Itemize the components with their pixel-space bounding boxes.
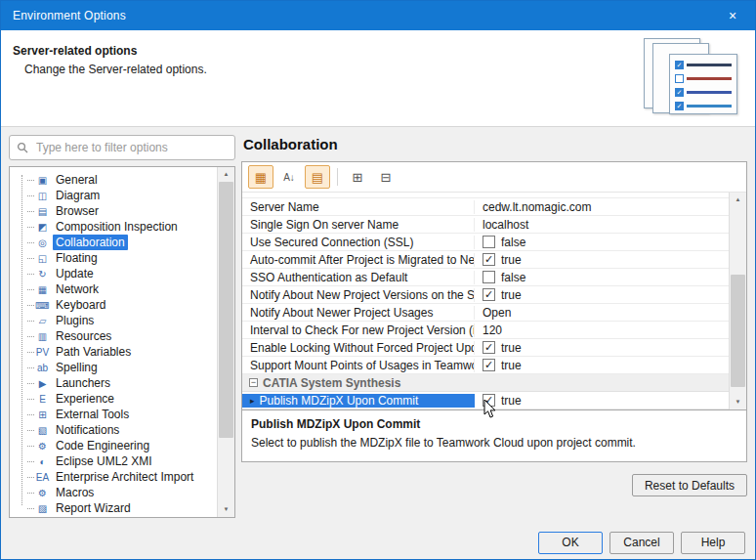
scroll-thumb[interactable]: [219, 182, 233, 438]
dialog-footer: OK Cancel Help: [1, 526, 755, 559]
tree-scrollbar[interactable]: ▲ ▼: [217, 167, 234, 517]
property-row-mount-points[interactable]: Support Mount Points of Usages in Teamwo…: [242, 357, 729, 374]
property-row-use-ssl[interactable]: Use Secured Connection (SSL) false: [242, 234, 729, 251]
scroll-track[interactable]: [218, 182, 234, 502]
checkbox[interactable]: ✓: [483, 341, 495, 354]
tree-item-notifications[interactable]: ▧Notifications: [16, 422, 217, 438]
notifications-icon: ▧: [35, 425, 50, 436]
plugins-icon: ▱: [35, 316, 50, 326]
browser-icon: ▤: [35, 206, 50, 217]
scroll-up-icon[interactable]: ▲: [730, 193, 746, 207]
properties-panel: Collaboration ▦ A↓ ▤ ⊞ ⊟ Server Name c: [241, 135, 747, 518]
macros-icon: ⚙: [35, 488, 50, 498]
checkbox[interactable]: ✓: [483, 253, 495, 266]
tree-item-enterprise-architect-import[interactable]: EAEnterprise Architect Import: [16, 469, 217, 485]
property-value[interactable]: 120: [483, 323, 502, 337]
filter-input[interactable]: [34, 140, 228, 155]
dialog-body: ▣General ◫Diagram ▤Browser ◩Composition …: [1, 127, 755, 526]
filter-box: [9, 135, 235, 160]
property-row-sso-default[interactable]: SSO Authentication as Default false: [242, 269, 729, 286]
property-value: true: [501, 341, 522, 355]
table-rows: Server Name cedw.lt.nomagic.com Single S…: [242, 193, 729, 409]
collapse-groups-button[interactable]: ⊟: [373, 165, 399, 189]
property-value: true: [501, 394, 522, 408]
property-row-auto-commit[interactable]: Auto-commit After Project is Migrated to…: [242, 251, 729, 269]
group-row-catia-system-synthesis[interactable]: − CATIA System Synthesis: [242, 374, 729, 392]
toolbar-separator: [337, 168, 338, 186]
alphabetical-sort-button[interactable]: A↓: [276, 165, 302, 189]
tree-item-plugins[interactable]: ▱Plugins: [16, 313, 217, 328]
external-tools-icon: ⊞: [35, 409, 50, 420]
cancel-button[interactable]: Cancel: [609, 532, 674, 554]
scroll-down-icon[interactable]: ▼: [730, 395, 746, 409]
mini-checkbox-icon: [675, 74, 684, 83]
property-value[interactable]: localhost: [483, 218, 528, 232]
property-row-notify-new-versions[interactable]: Notify About New Project Versions on the…: [242, 286, 729, 304]
property-value[interactable]: cedw.lt.nomagic.com: [483, 200, 591, 214]
tree-item-experience[interactable]: EExperience: [16, 391, 217, 407]
illustration-page: ✓ ✓ ✓: [669, 54, 737, 114]
scroll-track[interactable]: [730, 207, 746, 395]
tree-item-macros[interactable]: ⚙Macros: [16, 485, 217, 500]
checkbox[interactable]: [483, 271, 495, 283]
launchers-icon: ▶: [35, 378, 50, 389]
expand-arrow-icon[interactable]: ▸: [250, 396, 255, 406]
enterprise-architect-icon: EA: [35, 472, 50, 483]
tree-item-collaboration[interactable]: ◎Collaboration: [16, 235, 217, 250]
tree-item-update[interactable]: ↻Update: [16, 266, 217, 281]
ok-button[interactable]: OK: [538, 532, 603, 554]
selected-property-label: Publish MDZipX Upon Commit: [260, 394, 419, 408]
property-row-publish-mdzipx[interactable]: ▸ Publish MDZipX Upon Commit ✓ true: [242, 392, 729, 409]
help-button[interactable]: Help: [681, 532, 745, 554]
close-icon[interactable]: ×: [722, 5, 743, 26]
eclipse-uml2-icon: ◐: [35, 456, 50, 467]
tree-item-external-tools[interactable]: ⊞External Tools: [16, 407, 217, 422]
tree-item-eclipse-uml2-xmi[interactable]: ◐Eclipse UML2 XMI: [16, 453, 217, 469]
tree-item-diagram[interactable]: ◫Diagram: [16, 188, 217, 203]
diagram-icon: ◫: [35, 191, 50, 201]
property-row-sso-server-name[interactable]: Single Sign On server Name localhost: [242, 216, 729, 234]
expand-groups-button[interactable]: ⊞: [345, 165, 370, 189]
scroll-down-icon[interactable]: ▼: [218, 502, 234, 517]
scroll-up-icon[interactable]: ▲: [218, 167, 234, 182]
scroll-thumb[interactable]: [731, 275, 745, 387]
tree-item-composition-inspection[interactable]: ◩Composition Inspection: [16, 219, 217, 235]
tree-item-floating[interactable]: ◱Floating: [16, 250, 217, 266]
tree-list: ▣General ◫Diagram ▤Browser ◩Composition …: [10, 167, 217, 517]
show-description-button[interactable]: ▤: [305, 165, 330, 189]
property-row-server-name[interactable]: Server Name cedw.lt.nomagic.com: [242, 198, 729, 216]
dialog-header: Server-related options Change the Server…: [1, 30, 755, 127]
checkbox[interactable]: ✓: [483, 288, 495, 301]
tree-item-launchers[interactable]: ▶Launchers: [16, 375, 217, 391]
title-bar[interactable]: Environment Options ×: [1, 1, 755, 30]
categorized-view-button[interactable]: ▦: [248, 165, 273, 189]
property-row-check-interval[interactable]: Interval to Check For new Project Versio…: [242, 322, 729, 339]
table-scrollbar[interactable]: ▲ ▼: [729, 193, 746, 409]
property-value: true: [501, 253, 522, 267]
options-sidebar: ▣General ◫Diagram ▤Browser ◩Composition …: [9, 135, 235, 518]
search-icon: [17, 142, 28, 153]
property-value[interactable]: Open: [483, 306, 511, 320]
properties-box: ▦ A↓ ▤ ⊞ ⊟ Server Name cedw.lt.nomagic.c…: [241, 161, 747, 462]
properties-toolbar: ▦ A↓ ▤ ⊞ ⊟: [242, 162, 746, 193]
checkbox[interactable]: [483, 236, 495, 248]
tree-item-keyboard[interactable]: ⌨Keyboard: [16, 297, 217, 313]
checkbox[interactable]: ✓: [483, 394, 495, 407]
tree-item-network[interactable]: ▦Network: [16, 281, 217, 297]
checkbox[interactable]: ✓: [483, 359, 495, 371]
property-value: false: [501, 236, 525, 249]
tree-item-browser[interactable]: ▤Browser: [16, 203, 217, 219]
tree-item-general[interactable]: ▣General: [16, 172, 217, 188]
property-row-enable-locking[interactable]: Enable Locking Without Forced Project Up…: [242, 339, 729, 357]
tree-item-resources[interactable]: ▥Resources: [16, 328, 217, 344]
tree-item-spelling[interactable]: abSpelling: [16, 360, 217, 375]
property-row-notify-newer-usages[interactable]: Notify About Newer Project Usages Open: [242, 304, 729, 322]
description-text: Select to publish the MDZipX file to Tea…: [251, 436, 737, 450]
collapse-group-icon[interactable]: −: [249, 378, 258, 387]
tree-item-code-engineering[interactable]: ⚙Code Engineering: [16, 438, 217, 453]
tree-item-path-variables[interactable]: PVPath Variables: [16, 344, 217, 360]
reset-to-defaults-button[interactable]: Reset to Defaults: [632, 474, 747, 496]
experience-icon: E: [35, 394, 50, 405]
tree-item-report-wizard[interactable]: ▨Report Wizard: [16, 500, 217, 516]
report-wizard-icon: ▨: [35, 503, 50, 514]
